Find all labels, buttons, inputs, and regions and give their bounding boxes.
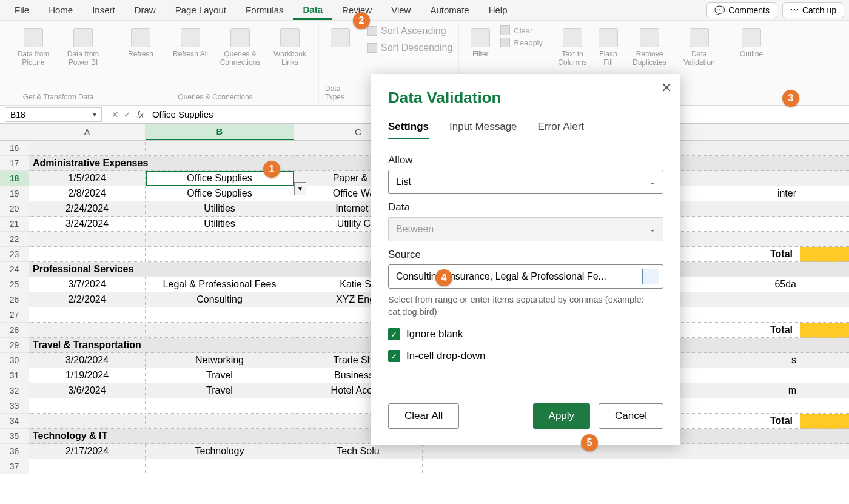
row-header[interactable]: 28 bbox=[0, 323, 29, 338]
cell-amount[interactable]: 1,200.00 bbox=[800, 277, 849, 292]
cell-category[interactable] bbox=[146, 232, 294, 247]
cell-category[interactable]: Utilities bbox=[146, 201, 294, 217]
row-header[interactable]: 26 bbox=[0, 292, 29, 307]
cell-category[interactable]: Travel bbox=[146, 368, 294, 383]
clear-filter-button[interactable]: Clear bbox=[500, 25, 543, 35]
menu-help[interactable]: Help bbox=[479, 1, 517, 19]
sort-ascending-button[interactable]: Sort Ascending bbox=[367, 25, 446, 36]
total-value[interactable]: 9,400.00 bbox=[800, 414, 849, 429]
cell-date[interactable]: 1/5/2024 bbox=[29, 171, 146, 186]
clear-all-button[interactable]: Clear All bbox=[388, 403, 459, 429]
filter-button[interactable]: Filter bbox=[465, 25, 495, 61]
row-header[interactable]: 30 bbox=[0, 353, 29, 368]
cell-category[interactable] bbox=[146, 307, 294, 323]
cell-amount[interactable]: 3,500.00 bbox=[800, 353, 849, 368]
range-picker-icon[interactable] bbox=[642, 269, 659, 284]
cell[interactable] bbox=[146, 414, 294, 429]
close-button[interactable]: ✕ bbox=[661, 80, 672, 96]
cell-amount[interactable]: 3,200.00 bbox=[800, 383, 849, 398]
cell-desc[interactable] bbox=[294, 459, 423, 474]
row-header[interactable]: 16 bbox=[0, 141, 29, 156]
total-value[interactable]: 1,135.00 bbox=[800, 247, 849, 262]
row-header[interactable]: 22 bbox=[0, 232, 29, 247]
cell-amount[interactable] bbox=[800, 307, 849, 323]
queries-connections-button[interactable]: Queries & Connections bbox=[218, 25, 263, 70]
outline-button[interactable]: Outline bbox=[734, 25, 768, 61]
comments-button[interactable]: 💬 Comments bbox=[706, 2, 777, 18]
cell-date[interactable]: 2/24/2024 bbox=[29, 201, 146, 217]
tab-error-alert[interactable]: Error Alert bbox=[538, 121, 585, 139]
cell-dropdown-handle[interactable]: ▼ bbox=[294, 182, 306, 195]
menu-page-layout[interactable]: Page Layout bbox=[166, 1, 236, 19]
ignore-blank-checkbox[interactable]: ✓ Ignore blank bbox=[388, 328, 663, 340]
row-header[interactable]: 33 bbox=[0, 398, 29, 414]
menu-insert[interactable]: Insert bbox=[82, 1, 125, 19]
col-A[interactable]: A bbox=[29, 124, 146, 140]
cell-date[interactable]: 2/17/2024 bbox=[29, 444, 146, 459]
cell-partial[interactable] bbox=[423, 444, 800, 459]
col-F[interactable]: F bbox=[800, 124, 849, 140]
cell-date[interactable]: 2/8/2024 bbox=[29, 186, 146, 201]
cell-date[interactable]: 3/20/2024 bbox=[29, 353, 146, 368]
row-header[interactable]: 32 bbox=[0, 383, 29, 398]
row-header[interactable]: 19 bbox=[0, 186, 29, 201]
cell-date[interactable] bbox=[29, 307, 146, 323]
source-input[interactable]: Consulting, Insurance, Legal & Professio… bbox=[388, 264, 663, 289]
row-header[interactable]: 25 bbox=[0, 277, 29, 292]
row-header[interactable]: 35 bbox=[0, 429, 29, 444]
cell[interactable] bbox=[146, 247, 294, 262]
allow-select[interactable]: List ⌄ bbox=[388, 170, 663, 194]
tab-input-message[interactable]: Input Message bbox=[449, 121, 517, 139]
cell-date[interactable] bbox=[29, 459, 146, 474]
cell-date[interactable]: 3/24/2024 bbox=[29, 217, 146, 232]
row-header[interactable]: 31 bbox=[0, 368, 29, 383]
row-header[interactable]: 18 bbox=[0, 171, 29, 186]
accept-formula-icon[interactable]: ✓ bbox=[124, 110, 131, 119]
cell-date[interactable] bbox=[29, 398, 146, 414]
catch-up-button[interactable]: 〰 Catch up bbox=[782, 2, 844, 18]
cell-amount[interactable]: 1,300.00 bbox=[800, 444, 849, 459]
cell[interactable] bbox=[29, 247, 146, 262]
name-box[interactable]: B18 ▾ bbox=[5, 107, 102, 122]
cell-category[interactable]: Travel bbox=[146, 383, 294, 398]
row-header[interactable]: 23 bbox=[0, 247, 29, 262]
menu-data[interactable]: Data bbox=[293, 1, 332, 20]
cell-amount[interactable] bbox=[800, 141, 849, 156]
cell[interactable] bbox=[29, 323, 146, 338]
refresh-all-button[interactable]: Refresh All bbox=[168, 25, 213, 61]
cell-category[interactable]: Consulting bbox=[146, 292, 294, 307]
total-value[interactable]: 5,700.00 bbox=[800, 323, 849, 338]
data-types-button[interactable] bbox=[328, 25, 352, 50]
cell-date[interactable]: 3/7/2024 bbox=[29, 277, 146, 292]
cell-category[interactable]: Networking bbox=[146, 353, 294, 368]
text-to-columns-button[interactable]: Text to Columns bbox=[555, 25, 589, 70]
row-header[interactable]: 37 bbox=[0, 459, 29, 474]
cell-category[interactable]: Legal & Professional Fees bbox=[146, 277, 294, 292]
cell-amount[interactable] bbox=[800, 232, 849, 247]
select-all-corner[interactable] bbox=[0, 124, 29, 140]
remove-duplicates-button[interactable]: Remove Duplicates bbox=[627, 25, 672, 70]
cell-category[interactable] bbox=[146, 398, 294, 414]
cancel-formula-icon[interactable]: ✕ bbox=[112, 110, 119, 119]
cell-amount[interactable] bbox=[800, 459, 849, 474]
cell-date[interactable]: 2/2/2024 bbox=[29, 292, 146, 307]
cell-category[interactable]: Utilities bbox=[146, 217, 294, 232]
menu-view[interactable]: View bbox=[381, 1, 420, 19]
cell-desc[interactable]: Tech Solu bbox=[294, 444, 423, 459]
apply-button[interactable]: Apply bbox=[533, 403, 591, 429]
cell-date[interactable]: 3/6/2024 bbox=[29, 383, 146, 398]
fx-icon[interactable]: fx bbox=[137, 110, 144, 119]
workbook-links-button[interactable]: Workbook Links bbox=[267, 25, 312, 70]
row-header[interactable]: 34 bbox=[0, 414, 29, 429]
row-header[interactable]: 21 bbox=[0, 217, 29, 232]
col-B[interactable]: B bbox=[146, 124, 294, 140]
cell-partial[interactable] bbox=[423, 459, 800, 474]
reapply-filter-button[interactable]: Reapply bbox=[500, 38, 543, 47]
row-header[interactable]: 24 bbox=[0, 262, 29, 277]
cell-amount[interactable]: 4,500.00 bbox=[800, 292, 849, 307]
cell-category[interactable] bbox=[146, 459, 294, 474]
row-header[interactable]: 29 bbox=[0, 338, 29, 353]
menu-draw[interactable]: Draw bbox=[125, 1, 166, 19]
tab-settings[interactable]: Settings bbox=[388, 121, 429, 139]
cell-date[interactable]: 1/19/2024 bbox=[29, 368, 146, 383]
